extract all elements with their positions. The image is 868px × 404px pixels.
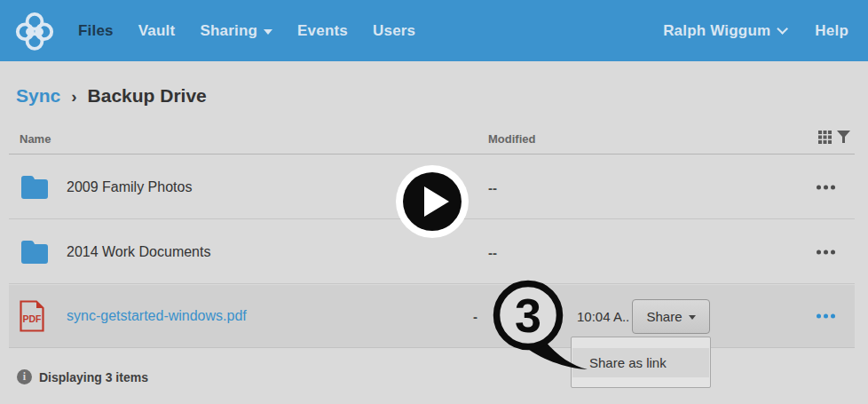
nav-right: Ralph Wiggum Help: [663, 22, 868, 40]
menu-item-share-as-link[interactable]: Share as link: [572, 348, 709, 377]
file-name-link[interactable]: sync-getstarted-windows.pdf: [67, 308, 247, 324]
nav-item-vault[interactable]: Vault: [138, 22, 176, 40]
nav-item-label: Events: [297, 22, 348, 40]
svg-text:PDF: PDF: [23, 313, 43, 324]
top-nav: Files Vault Sharing Events Users Ralph W…: [0, 0, 868, 61]
row-actions-ellipsis-icon[interactable]: [817, 250, 835, 254]
nav-item-help[interactable]: Help: [815, 22, 848, 40]
filter-icon[interactable]: [837, 131, 850, 144]
share-dropdown-menu: Share as link: [571, 337, 711, 388]
status-bar: i Displaying 3 items: [0, 348, 868, 404]
nav-item-label: Sharing: [200, 22, 257, 40]
breadcrumb: Sync › Backup Drive: [16, 85, 207, 107]
breadcrumb-separator: ›: [71, 87, 76, 107]
file-name-link[interactable]: 2009 Family Photos: [67, 179, 192, 195]
folder-icon: [20, 175, 50, 200]
user-menu[interactable]: Ralph Wiggum: [663, 22, 785, 40]
page-title: Backup Drive: [88, 85, 207, 107]
chevron-down-icon: [777, 23, 789, 35]
user-name-label: Ralph Wiggum: [663, 22, 770, 40]
chevron-down-icon: [689, 315, 696, 320]
row-actions-ellipsis-icon[interactable]: [817, 185, 835, 189]
modified-value: --: [488, 179, 497, 194]
breadcrumb-root-link[interactable]: Sync: [16, 85, 60, 107]
file-name-link[interactable]: 2014 Work Documents: [67, 244, 210, 260]
share-button-label: Share: [646, 309, 682, 324]
chevron-down-icon: [264, 29, 272, 35]
video-play-button[interactable]: [395, 164, 470, 239]
nav-item-label: Files: [78, 22, 114, 40]
share-button[interactable]: Share: [632, 299, 710, 334]
nav-items: Files Vault Sharing Events Users: [78, 22, 415, 40]
modified-value: --: [488, 244, 497, 259]
nav-item-files[interactable]: Files: [78, 22, 114, 40]
grid-view-icon[interactable]: [818, 131, 832, 144]
row-actions-ellipsis-icon[interactable]: [817, 314, 835, 319]
column-header-modified[interactable]: Modified: [488, 132, 535, 146]
modified-value-fragment: -: [473, 309, 477, 324]
nav-item-events[interactable]: Events: [297, 22, 348, 40]
info-icon: i: [17, 369, 32, 384]
file-manager-window: Files Vault Sharing Events Users Ralph W…: [0, 0, 868, 404]
help-label: Help: [815, 22, 848, 40]
column-header-name[interactable]: Name: [20, 132, 51, 146]
item-count-status: Displaying 3 items: [39, 370, 148, 384]
table-header: Name Modified: [9, 123, 855, 154]
folder-icon: [20, 240, 50, 265]
table-row-selected[interactable]: PDF sync-getstarted-windows.pdf - 10:04 …: [9, 285, 855, 348]
nav-item-label: Users: [373, 22, 415, 40]
nav-item-sharing[interactable]: Sharing: [200, 22, 272, 40]
modified-time: 10:04 A..: [577, 309, 629, 324]
nav-item-users[interactable]: Users: [373, 22, 415, 40]
nav-item-label: Vault: [138, 22, 176, 40]
sync-logo-icon[interactable]: [14, 11, 55, 51]
pdf-file-icon: PDF: [20, 300, 44, 332]
table-header-icons: [818, 131, 850, 144]
